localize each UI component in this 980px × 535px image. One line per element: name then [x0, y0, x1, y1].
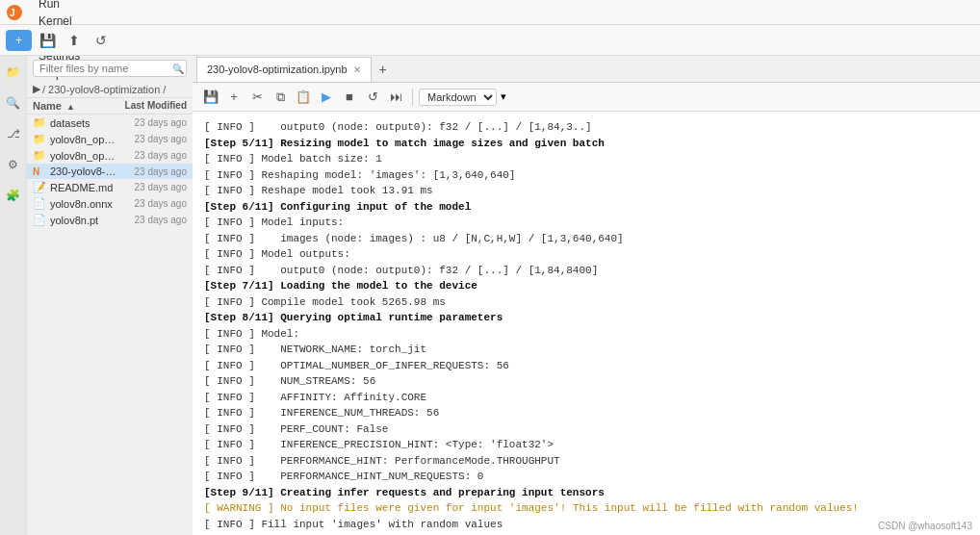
output-line: [ INFO ] Fill input 'images' with random… — [204, 517, 968, 533]
file-date: 23 days ago — [119, 134, 187, 144]
add-cell-button[interactable]: + — [223, 87, 245, 108]
output-line: [ INFO ] Reshape model took 13.91 ms — [204, 183, 968, 199]
search-input[interactable] — [39, 63, 172, 74]
notebook-tab[interactable]: 230-yolov8-optimization.ipynb ✕ — [196, 57, 372, 82]
files-icon[interactable]: 📁 — [3, 62, 24, 83]
output-line: [ WARNING ] No input files were given fo… — [204, 500, 968, 517]
search-magnifier-icon: 🔍 — [172, 64, 184, 74]
breadcrumb-separator-icon: ▶ — [33, 83, 40, 95]
output-line: [ INFO ] AFFINITY: Affinity.CORE — [204, 390, 968, 406]
file-item[interactable]: 📁 yolov8n_openvino_int8_model 23 days ag… — [27, 131, 193, 147]
file-icon: 📁 — [33, 149, 46, 162]
svg-text:J: J — [10, 8, 15, 18]
file-name: README.md — [50, 182, 119, 193]
notebook-toolbar: 💾 + ✂ ⧉ 📋 ▶ ■ ↺ ⏭ Markdown Code Raw ▾ — [193, 83, 980, 112]
file-list: 📁 datasets 23 days ago 📁 yolov8n_openvin… — [27, 115, 193, 535]
save-button[interactable]: 💾 — [36, 29, 59, 52]
output-line: [ INFO ] output0 (node: output0): f32 / … — [204, 119, 968, 136]
file-name: yolov8n_openvino_model — [50, 150, 119, 162]
output-line: [ INFO ] images (node: images) : u8 / [N… — [204, 231, 968, 247]
file-item[interactable]: 📄 yolov8n.pt 23 days ago — [27, 212, 193, 228]
cell-output[interactable]: [ INFO ] output0 (node: output0): f32 / … — [193, 112, 980, 535]
output-line: [ INFO ] Model: — [204, 326, 968, 343]
tab-bar: 230-yolov8-optimization.ipynb ✕ + — [193, 56, 980, 83]
output-line: [ INFO ] Model inputs: — [204, 215, 968, 231]
date-column-header: Last Modified — [115, 100, 187, 112]
refresh-button[interactable]: ↺ — [90, 29, 113, 52]
restart-button[interactable]: ↺ — [362, 87, 383, 108]
toolbar-divider — [412, 89, 413, 106]
git-icon[interactable]: ⎇ — [3, 123, 24, 144]
output-line: [ INFO ] PERFORMANCE_HINT: PerformanceMo… — [204, 453, 968, 470]
output-line: [ INFO ] Reshaping model: 'images': [1,3… — [204, 167, 968, 184]
search-box: 🔍 — [27, 56, 193, 81]
upload-button[interactable]: ⬆ — [63, 29, 86, 52]
tab-close-icon[interactable]: ✕ — [353, 64, 361, 75]
save-notebook-button[interactable]: 💾 — [200, 87, 221, 108]
file-icon: 📁 — [33, 133, 46, 145]
new-button[interactable]: + — [6, 30, 32, 51]
add-tab-button[interactable]: + — [372, 60, 395, 79]
cell-type-select[interactable]: Markdown Code Raw — [419, 89, 497, 106]
file-item[interactable]: 📝 README.md 23 days ago — [27, 179, 193, 195]
search-wrapper[interactable]: 🔍 — [33, 60, 187, 77]
output-line: [Step 5/11] Resizing model to match imag… — [204, 136, 968, 152]
output-line: [ INFO ] Model batch size: 1 — [204, 151, 968, 167]
output-line: [ INFO ] NUM_STREAMS: 56 — [204, 373, 968, 390]
output-line: [Step 9/11] Creating infer requests and … — [204, 485, 968, 501]
file-date: 23 days ago — [119, 182, 187, 192]
file-icon: 📄 — [33, 197, 46, 210]
app-logo: J — [6, 4, 23, 21]
file-name: yolov8n.onnx — [50, 198, 119, 210]
file-name: datasets — [50, 117, 119, 129]
file-date: 23 days ago — [119, 117, 187, 128]
file-name: yolov8n_openvino_int8_model — [50, 134, 119, 145]
name-column-header[interactable]: Name ▲ — [33, 100, 115, 112]
file-name: 230-yolov8-optimization.ipynb — [50, 166, 119, 177]
top-toolbar: + 💾 ⬆ ↺ — [0, 25, 980, 56]
output-line: [ INFO ] output0 (node: output0): f32 / … — [204, 263, 968, 279]
file-icon: 📄 — [33, 214, 46, 226]
file-icon: 📁 — [33, 116, 46, 129]
paste-button[interactable]: 📋 — [293, 87, 314, 108]
output-line: [ INFO ] Compile model took 5265.98 ms — [204, 294, 968, 311]
file-date: 23 days ago — [119, 166, 187, 177]
watermark: CSDN @whaosoft143 — [878, 521, 972, 531]
file-name: yolov8n.pt — [50, 215, 119, 226]
dropdown-arrow-icon: ▾ — [501, 90, 506, 103]
output-line: [Step 7/11] Loading the model to the dev… — [204, 278, 968, 294]
output-line: [ INFO ] PERF_COUNT: False — [204, 421, 968, 438]
file-item[interactable]: 📁 datasets 23 days ago — [27, 115, 193, 131]
extensions-icon[interactable]: 🧩 — [3, 185, 24, 206]
file-date: 23 days ago — [119, 150, 187, 161]
stop-button[interactable]: ■ — [339, 87, 360, 108]
output-line: [ INFO ] INFERENCE_NUM_THREADS: 56 — [204, 405, 968, 421]
file-panel: 🔍 ▶ / 230-yolov8-optimization / Name ▲ L… — [27, 56, 193, 535]
output-line: [ INFO ] PERFORMANCE_HINT_NUM_REQUESTS: … — [204, 469, 968, 485]
breadcrumb: ▶ / 230-yolov8-optimization / — [27, 81, 193, 97]
output-line: [ INFO ] NETWORK_NAME: torch_jit — [204, 342, 968, 358]
file-item[interactable]: 📄 yolov8n.onnx 23 days ago — [27, 195, 193, 212]
output-line: [Step 6/11] Configuring input of the mod… — [204, 199, 968, 216]
menu-bar: J FileEditViewRunKernelTabsSettingsHelp — [0, 0, 980, 25]
output-line: [ INFO ] Model outputs: — [204, 246, 968, 263]
cut-button[interactable]: ✂ — [246, 87, 268, 108]
file-item[interactable]: N 230-yolov8-optimization.ipynb 23 days … — [27, 164, 193, 179]
fast-forward-button[interactable]: ⏭ — [385, 87, 406, 108]
run-button[interactable]: ▶ — [316, 87, 337, 108]
notebook-area: 230-yolov8-optimization.ipynb ✕ + 💾 + ✂ … — [193, 56, 980, 535]
file-date: 23 days ago — [119, 198, 187, 209]
output-line: [ INFO ] OPTIMAL_NUMBER_OF_INFER_REQUEST… — [204, 358, 968, 374]
file-list-header: Name ▲ Last Modified — [27, 97, 193, 115]
plus-icon: + — [15, 34, 22, 47]
settings-icon[interactable]: ⚙ — [3, 154, 24, 175]
file-icon: N — [33, 166, 46, 177]
tab-label: 230-yolov8-optimization.ipynb — [207, 64, 348, 75]
breadcrumb-text: / 230-yolov8-optimization / — [42, 84, 166, 95]
icon-rail: 📁 🔍 ⎇ ⚙ 🧩 — [0, 56, 27, 535]
copy-button[interactable]: ⧉ — [270, 87, 291, 108]
search-icon[interactable]: 🔍 — [3, 92, 24, 114]
menu-item-run[interactable]: Run — [31, 0, 88, 13]
main-area: 📁 🔍 ⎇ ⚙ 🧩 🔍 ▶ / 230-yolov8-optimization … — [0, 56, 980, 535]
file-item[interactable]: 📁 yolov8n_openvino_model 23 days ago — [27, 147, 193, 164]
